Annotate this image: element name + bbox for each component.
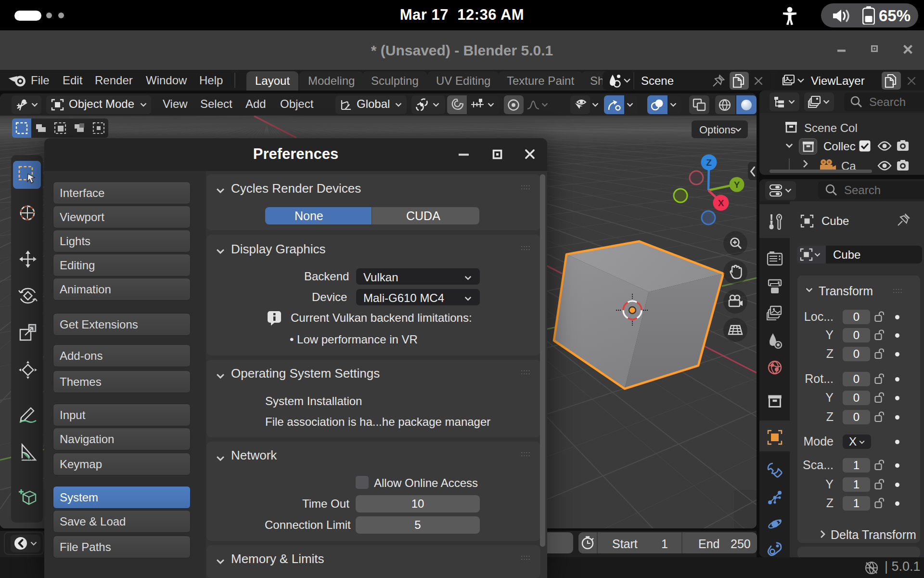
- svg-text:Z: Z: [706, 158, 712, 168]
- svg-text:Y: Y: [734, 180, 740, 190]
- svg-text:X: X: [718, 198, 724, 208]
